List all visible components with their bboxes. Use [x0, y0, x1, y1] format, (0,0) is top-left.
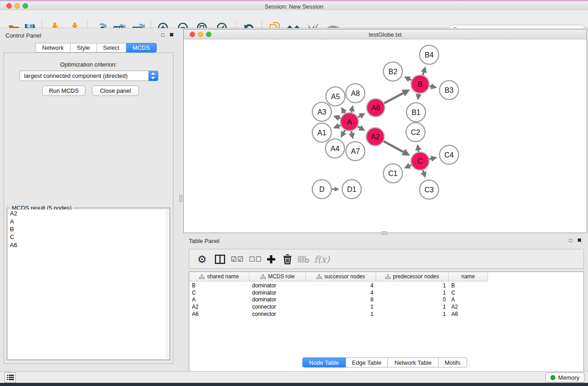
table-panel-float-icon[interactable]: □ — [569, 237, 572, 243]
table-cell[interactable]: A6 — [449, 311, 488, 317]
column-header-predecessor-nodes[interactable]: predecessor nodes — [376, 272, 449, 281]
graph-edge-A-A1[interactable] — [335, 125, 341, 128]
tab-node-table[interactable]: Node Table — [302, 357, 346, 367]
mcds-result-item[interactable]: A6 — [8, 241, 165, 249]
graph-edge-A-A2[interactable] — [358, 127, 364, 130]
graph-edge-A-A6[interactable] — [358, 114, 364, 117]
graph-node-D[interactable]: D — [312, 180, 331, 199]
memory-button[interactable]: Memory — [545, 372, 584, 382]
graph-edge-B-B4[interactable] — [423, 68, 425, 75]
graph-node-A2[interactable]: A2 — [366, 128, 384, 146]
table-body[interactable]: Bdominator41BCdominator41CAdominator80AA… — [189, 282, 583, 318]
graph-edge-A-A5[interactable] — [342, 108, 345, 113]
table-cell[interactable]: 8 — [306, 296, 376, 303]
table-cell[interactable]: A2 — [189, 304, 249, 310]
graph-edge-C-C4[interactable] — [430, 157, 436, 159]
graph-node-A4[interactable]: A4 — [325, 139, 344, 158]
column-header-mcds-role[interactable]: MCDS role — [249, 272, 306, 281]
tab-style[interactable]: Style — [71, 43, 97, 52]
table-cell[interactable]: C — [449, 290, 488, 296]
optimization-criterion-select[interactable]: largest connected component (directed) — [19, 71, 158, 81]
control-panel-close-icon[interactable]: ✖ — [169, 32, 174, 38]
graph-edge-B-B3[interactable] — [430, 86, 436, 87]
result-scrollbar[interactable] — [165, 210, 169, 359]
table-cell[interactable]: connector — [249, 311, 306, 317]
table-cell[interactable]: 0 — [376, 296, 449, 303]
column-header-successor-nodes[interactable]: successor nodes — [306, 272, 376, 281]
table-cell[interactable]: A — [449, 296, 488, 303]
add-column-icon[interactable] — [266, 252, 276, 267]
table-cell[interactable]: A — [189, 296, 249, 303]
delete-column-icon[interactable] — [298, 252, 310, 267]
graph-node-C1[interactable]: C1 — [383, 164, 402, 183]
function-builder-icon[interactable]: f(x) — [314, 252, 330, 267]
mcds-result-item[interactable]: B — [8, 225, 165, 233]
graph-edge-B-B1[interactable] — [418, 94, 419, 99]
graph-node-C3[interactable]: C3 — [420, 180, 439, 199]
table-cell[interactable]: 1 — [376, 304, 449, 310]
tab-motifs[interactable]: Motifs — [439, 357, 468, 367]
vertical-splitter-handle[interactable] — [179, 195, 182, 202]
graph-node-A7[interactable]: A7 — [346, 142, 365, 161]
graph-node-C4[interactable]: C4 — [440, 145, 459, 164]
graph-edge-A2-C[interactable] — [383, 141, 408, 155]
graph-node-A[interactable]: A — [340, 113, 359, 131]
column-header-name[interactable]: name — [449, 272, 488, 281]
table-cell[interactable]: dominator — [249, 282, 306, 289]
table-cell[interactable]: 1 — [306, 311, 376, 317]
graph-node-A6[interactable]: A6 — [367, 99, 385, 117]
graph-edge-B-B2[interactable] — [405, 77, 411, 80]
table-row[interactable]: A6connector11A6 — [189, 310, 583, 318]
graph-node-C2[interactable]: C2 — [406, 123, 425, 142]
table-row[interactable]: Cdominator41C — [189, 289, 583, 296]
task-history-button[interactable] — [5, 372, 16, 382]
graph-node-B2[interactable]: B2 — [383, 62, 402, 81]
graph-node-D1[interactable]: D1 — [342, 180, 361, 199]
network-window-titlebar[interactable]: testGlobe.txt — [184, 29, 587, 39]
table-cell[interactable]: 1 — [306, 304, 376, 310]
graph-node-B3[interactable]: B3 — [440, 81, 459, 100]
graph-node-B1[interactable]: B1 — [406, 103, 425, 122]
table-cell[interactable]: A2 — [449, 304, 488, 310]
table-cell[interactable]: 1 — [376, 282, 449, 289]
table-row[interactable]: Adominator80A — [189, 296, 583, 304]
table-cell[interactable]: B — [189, 282, 249, 289]
graph-edge-A6-B[interactable] — [384, 91, 409, 104]
table-cell[interactable]: 4 — [306, 290, 376, 296]
mcds-result-item[interactable]: C — [8, 233, 165, 241]
graph-edge-C-C2[interactable] — [418, 146, 419, 152]
graph-edge-A-A3[interactable] — [335, 116, 340, 119]
table-cell[interactable]: B — [449, 282, 488, 289]
table-cell[interactable]: 1 — [376, 311, 449, 317]
unselect-all-columns-icon[interactable]: ☐☐ — [249, 252, 262, 267]
close-panel-button[interactable]: Close panel — [92, 86, 139, 96]
graph-node-A3[interactable]: A3 — [312, 102, 331, 121]
table-cell[interactable]: 1 — [376, 290, 449, 296]
column-header-shared-name[interactable]: shared name — [189, 272, 249, 281]
table-panel-close-icon[interactable]: ✖ — [577, 237, 582, 243]
graph-edge-C-C3[interactable] — [423, 170, 425, 176]
tab-network-table[interactable]: Network Table — [388, 357, 438, 367]
graph-node-B4[interactable]: B4 — [420, 45, 439, 64]
graph-edge-A-A4[interactable] — [341, 130, 345, 136]
tab-network[interactable]: Network — [35, 43, 71, 52]
graph-edge-A-A7[interactable] — [351, 131, 353, 138]
run-mcds-button[interactable]: Run MCDS — [42, 86, 86, 96]
mcds-result-item[interactable]: A — [8, 217, 165, 225]
graph-node-B[interactable]: B — [411, 75, 429, 93]
table-row[interactable]: Bdominator41B — [189, 282, 583, 289]
table-cell[interactable]: dominator — [249, 290, 306, 296]
tab-mcds[interactable]: MCDS — [126, 43, 157, 52]
table-cell[interactable]: connector — [249, 304, 306, 310]
tab-select[interactable]: Select — [97, 43, 126, 52]
graph-node-C[interactable]: C — [411, 152, 429, 170]
table-cell[interactable]: dominator — [249, 296, 306, 303]
mcds-result-item[interactable]: A2 — [8, 210, 165, 217]
table-settings-gear-icon[interactable]: ⚙ — [197, 252, 207, 267]
horizontal-splitter-handle[interactable] — [382, 231, 387, 235]
graph-node-A1[interactable]: A1 — [312, 123, 331, 142]
tab-edge-table[interactable]: Edge Table — [346, 357, 388, 367]
table-cell[interactable]: A6 — [189, 311, 249, 317]
graph-node-A5[interactable]: A5 — [326, 87, 345, 106]
table-cell[interactable]: 4 — [306, 282, 376, 289]
